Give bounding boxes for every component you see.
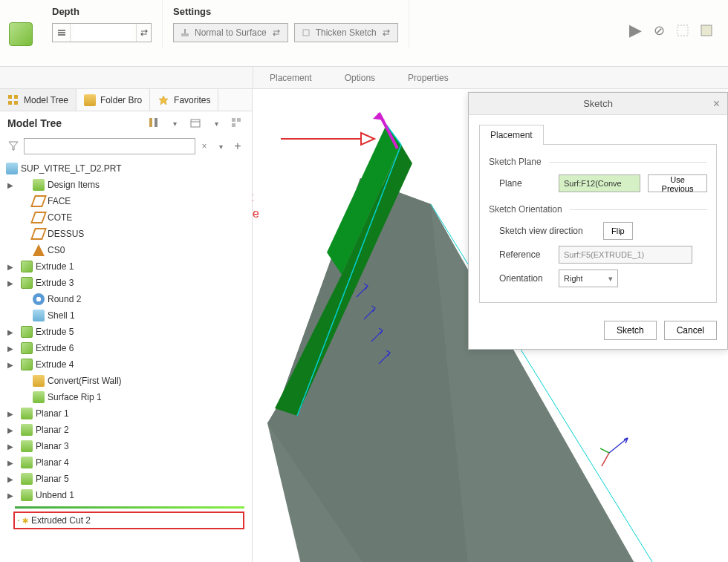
tree-item[interactable]: ▶Planar 4	[6, 454, 252, 471]
tab-placement[interactable]: Placement	[253, 67, 328, 88]
normal-to-surface-button[interactable]: Normal to Surface	[173, 23, 288, 42]
tree-item[interactable]: DESSUS	[6, 226, 252, 242]
feature-preview-icon[interactable]	[698, 22, 715, 39]
flip-button[interactable]: Flip	[603, 222, 633, 240]
resume-icon[interactable]: ▶	[627, 22, 643, 39]
feature-icon	[21, 457, 33, 468]
feature-icon	[21, 408, 33, 419]
tab-properties[interactable]: Properties	[391, 67, 465, 88]
tree-item[interactable]: Shell 1	[6, 307, 252, 324]
thicken-sketch-button[interactable]: Thicken Sketch	[294, 23, 398, 42]
expand-icon[interactable]: ▶	[6, 491, 15, 500]
expand-icon[interactable]: ▶	[6, 459, 15, 467]
reference-label: Reference	[499, 249, 551, 260]
tab-model-tree[interactable]: Model Tree	[0, 89, 77, 111]
clear-filter-icon[interactable]: ×	[198, 138, 210, 154]
tree-item-label: Extrude 6	[36, 343, 74, 353]
tree-item-label: FACE	[48, 196, 71, 206]
cancel-button[interactable]: Cancel	[664, 321, 717, 340]
annotation-line1: cut direction is not	[253, 189, 259, 206]
tree-item[interactable]: ▶Planar 2	[6, 422, 252, 438]
flip-icon	[271, 27, 282, 38]
tree-item[interactable]: ▶Extrude 4	[6, 356, 252, 373]
tree-item[interactable]: ▶Unbend 1	[6, 487, 252, 503]
chevron-down-icon[interactable]: ▾	[209, 116, 224, 131]
dialog-titlebar: Sketch ×	[469, 93, 727, 115]
no-preview-icon[interactable]: ⊘	[651, 22, 667, 39]
tree-item[interactable]: ▶Design Items	[6, 177, 252, 193]
tab-model-tree-label: Model Tree	[24, 95, 68, 105]
expand-icon[interactable]: ▶	[6, 181, 15, 189]
tree-item[interactable]: CS0	[6, 242, 252, 258]
tab-favorites-label: Favorites	[174, 95, 210, 105]
dialog-tab-placement[interactable]: Placement	[479, 125, 544, 145]
graphics-viewport[interactable]: cut direction is not normal to the plane…	[253, 89, 728, 562]
feature-icon	[33, 179, 45, 191]
active-feature-row[interactable]: ✱ Extruded Cut 2	[13, 512, 244, 529]
tree-item[interactable]: COTE	[6, 209, 252, 226]
insert-here-indicator	[15, 506, 244, 509]
tree-item-label: Planar 5	[36, 474, 69, 484]
tree-item[interactable]: Surface Rip 1	[6, 389, 252, 405]
expand-icon[interactable]: ▶	[6, 426, 15, 434]
svg-line-29	[609, 438, 628, 453]
tab-favorites[interactable]: Favorites	[150, 89, 218, 111]
tree-item[interactable]: ▶Extrude 3	[6, 275, 252, 291]
chevron-down-icon[interactable]: ▾	[167, 116, 182, 131]
group-sketch-plane: Sketch Plane	[489, 157, 707, 167]
tree-item-label: Convert(First Wall)	[48, 376, 122, 386]
feature-icon	[33, 375, 45, 387]
normal-to-surface-label: Normal to Surface	[195, 27, 267, 38]
add-icon[interactable]: +	[231, 140, 244, 153]
group-sketch-orientation: Sketch Orientation	[489, 204, 707, 215]
expand-icon[interactable]: ▶	[6, 475, 15, 483]
expand-icon[interactable]: ▶	[6, 263, 15, 271]
svg-rect-18	[237, 118, 241, 122]
sketch-button[interactable]: Sketch	[604, 321, 657, 340]
tab-folder-browser[interactable]: Folder Bro	[77, 89, 150, 111]
in-progress-icon: ✱	[22, 517, 28, 525]
model-tree-icon	[7, 94, 19, 106]
feature-icon	[21, 277, 33, 289]
tree-item[interactable]: ▶Extrude 1	[6, 258, 252, 275]
tree-item[interactable]: ▶Planar 5	[6, 471, 252, 487]
tree-item[interactable]: ▶Planar 1	[6, 405, 252, 422]
tree-item[interactable]: Round 2	[6, 291, 252, 307]
tree-item-label: Round 2	[48, 294, 81, 304]
svg-rect-14	[155, 118, 157, 127]
tree-item[interactable]: ▶Extrude 6	[6, 340, 252, 356]
svg-rect-9	[14, 95, 18, 99]
columns-icon[interactable]	[230, 116, 244, 131]
expand-icon[interactable]: ▶	[6, 328, 15, 336]
annotation-text: cut direction is not normal to the plane	[253, 189, 259, 223]
use-previous-button[interactable]: Use Previous	[648, 174, 707, 192]
depth-input[interactable]	[74, 24, 133, 41]
filter-input[interactable]	[24, 138, 195, 154]
show-icon[interactable]	[188, 116, 203, 131]
expand-icon[interactable]: ▶	[6, 279, 15, 287]
svg-line-31	[600, 448, 609, 453]
expand-icon[interactable]: ▶	[6, 410, 15, 418]
tree-item-label: COTE	[48, 212, 72, 223]
close-icon[interactable]: ×	[713, 97, 720, 111]
reference-input[interactable]	[559, 246, 692, 264]
expand-icon[interactable]: ▶	[6, 361, 15, 369]
depth-type-icon[interactable]	[53, 24, 71, 42]
expand-icon[interactable]: ▶	[6, 442, 15, 451]
expand-icon[interactable]: ▶	[6, 344, 15, 353]
tree-root[interactable]: SUP_VITRE_LT_D2.PRT	[6, 160, 252, 177]
tree-item[interactable]: Convert(First Wall)	[6, 373, 252, 389]
tree-item[interactable]: ▶Extrude 5	[6, 324, 252, 340]
funnel-icon[interactable]	[7, 140, 21, 153]
tree-settings-icon[interactable]	[146, 116, 161, 131]
chevron-down-icon[interactable]: ▾	[213, 139, 228, 154]
svg-rect-3	[181, 33, 189, 36]
orientation-select[interactable]: Right	[559, 269, 618, 287]
depth-flip-icon[interactable]	[136, 24, 151, 42]
tree-item[interactable]: ▶Planar 3	[6, 438, 252, 454]
tree-item-label: Planar 3	[36, 441, 69, 451]
tree-item[interactable]: FACE	[6, 193, 252, 209]
tab-options[interactable]: Options	[328, 67, 391, 88]
verify-icon[interactable]	[675, 22, 691, 39]
plane-input[interactable]	[559, 174, 640, 192]
